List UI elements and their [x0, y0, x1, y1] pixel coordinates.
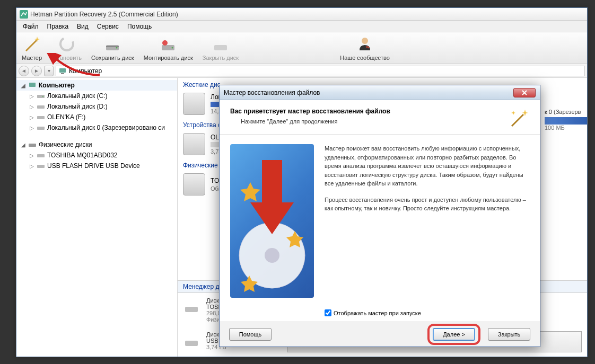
- window-title: Hetman Partition Recovery 2.5 (Commercia…: [30, 11, 178, 18]
- svg-rect-19: [29, 144, 36, 147]
- community-icon: [356, 35, 373, 52]
- wizard-para1: Мастер поможет вам восстановить любую ин…: [325, 144, 529, 188]
- wizard-title: Мастер восстановления файлов: [224, 89, 320, 96]
- menu-help[interactable]: Помощь: [123, 22, 156, 31]
- toolbar-mount-disk-label: Монтировать диск: [144, 55, 193, 61]
- toolbar-restore-label: сстановить: [51, 55, 82, 61]
- wizard-titlebar: Мастер восстановления файлов: [220, 85, 540, 100]
- svg-point-2: [60, 38, 73, 50]
- wizard-body: Мастер поможет вам восстановить любую ин…: [220, 135, 540, 307]
- next-button[interactable]: Далее >: [433, 328, 475, 341]
- svg-rect-21: [37, 165, 45, 168]
- nav-forward[interactable]: ►: [31, 66, 42, 76]
- tree-item-toshiba[interactable]: ▷ TOSHIBA MQ01ABD032: [16, 150, 177, 161]
- svg-rect-0: [20, 10, 28, 19]
- tree-label: TOSHIBA MQ01ABD032: [47, 152, 118, 159]
- svg-point-10: [362, 38, 368, 44]
- svg-rect-16: [37, 105, 45, 109]
- toolbar-close-disk[interactable]: Закрыть диск: [203, 35, 239, 61]
- svg-rect-23: [185, 341, 198, 346]
- computer-icon: [58, 67, 67, 75]
- tree-label: Локальный диск (C:): [47, 92, 108, 100]
- computer-icon: [28, 81, 37, 90]
- wizard-subheading: Нажмите "Далее" для продолжения: [230, 118, 390, 125]
- wizard-header: Вас приветствует мастер восстановления ф…: [220, 100, 540, 135]
- svg-rect-11: [59, 68, 66, 73]
- tree-panel: ◢ Компьютер ▷ Локальный диск (C:) ▷ Лока…: [16, 78, 178, 357]
- breadcrumb-field[interactable]: Компьютер: [56, 66, 585, 76]
- menu-service[interactable]: Сервис: [93, 22, 123, 31]
- tree-item-local-0[interactable]: ▷ Локальный диск 0 (Зарезервировано си: [16, 122, 177, 133]
- wizard-checkbox-row: Отображать мастер при запуске: [220, 307, 540, 322]
- svg-point-8: [162, 40, 168, 46]
- wizard-heading: Вас приветствует мастер восстановления ф…: [230, 108, 390, 115]
- toolbar-wizard-label: Мастер: [22, 55, 42, 61]
- annotation-highlight: Далее >: [427, 324, 480, 345]
- wizard-para2: Процесс восстановления очень прост и дос…: [325, 196, 529, 213]
- wizard-close-button[interactable]: [513, 88, 536, 97]
- tree-label: USB FLASH DRIVE USB Device: [47, 162, 140, 170]
- toolbar-mount-disk[interactable]: Монтировать диск: [144, 35, 193, 61]
- breadcrumb-location: Компьютер: [69, 67, 102, 75]
- tree-label: Физические диски: [39, 141, 92, 148]
- restore-icon: [58, 35, 75, 52]
- menu-view[interactable]: Вид: [73, 22, 93, 31]
- tree-physical-header[interactable]: ◢ Физические диски: [16, 139, 177, 150]
- menu-edit[interactable]: Правка: [43, 22, 73, 31]
- overflow-panel: к 0 (Зарезерв 100 МБ: [545, 109, 587, 131]
- overflow-bar: [545, 117, 587, 125]
- wizard-icon: [23, 35, 40, 52]
- svg-point-28: [265, 248, 279, 263]
- menu-file[interactable]: Файл: [19, 22, 43, 31]
- drive-icon: [28, 140, 37, 149]
- svg-point-7: [172, 47, 173, 48]
- menubar: Файл Правка Вид Сервис Помощь: [16, 21, 587, 32]
- disk-icon: [183, 133, 205, 155]
- svg-marker-25: [511, 111, 515, 115]
- disk-icon: [183, 173, 205, 196]
- hdd-icon: [183, 297, 200, 314]
- toolbar-close-disk-label: Закрыть диск: [203, 55, 239, 61]
- wizard-dialog: Мастер восстановления файлов Вас приветс…: [219, 85, 540, 347]
- tree-item-local-d[interactable]: ▷ Локальный диск (D:): [16, 101, 177, 112]
- toolbar-save-disk[interactable]: Сохранить диск: [91, 35, 134, 61]
- drive-icon: [37, 123, 45, 132]
- tree-label: Локальный диск 0 (Зарезервировано си: [47, 124, 165, 131]
- toolbar-save-disk-label: Сохранить диск: [91, 55, 134, 61]
- wizard-wand-icon: [508, 108, 529, 129]
- close-icon: [522, 90, 527, 95]
- svg-rect-13: [29, 83, 36, 87]
- svg-rect-20: [37, 154, 45, 157]
- svg-point-15: [42, 96, 43, 97]
- drive-icon: [37, 151, 45, 159]
- titlebar: Hetman Partition Recovery 2.5 (Commercia…: [16, 8, 587, 21]
- wizard-image: [230, 144, 314, 298]
- tree-item-usb[interactable]: ▷ USB FLASH DRIVE USB Device: [16, 161, 177, 171]
- tree-root-label: Компьютер: [39, 82, 75, 89]
- toolbar: Мастер сстановить Сохранить диск Монтиро…: [16, 32, 587, 64]
- drive-icon: [37, 102, 45, 111]
- svg-rect-12: [61, 73, 64, 74]
- disk-icon: [183, 93, 205, 115]
- close-button[interactable]: Закрыть: [488, 328, 530, 341]
- help-button[interactable]: Помощь: [229, 328, 272, 341]
- nav-dropdown[interactable]: ▾: [44, 66, 54, 76]
- show-on-startup-checkbox[interactable]: [325, 309, 331, 316]
- tree-label: OLEN'KA (F:): [47, 113, 85, 121]
- tree-item-local-c[interactable]: ▷ Локальный диск (C:): [16, 91, 177, 101]
- toolbar-restore[interactable]: сстановить: [51, 35, 82, 61]
- wizard-text: Мастер поможет вам восстановить любую ин…: [325, 144, 529, 298]
- svg-marker-29: [240, 182, 260, 201]
- svg-rect-18: [37, 127, 45, 130]
- tree-item-olenka[interactable]: ▷ OLEN'KA (F:): [16, 112, 177, 122]
- drive-icon: [37, 113, 45, 121]
- toolbar-community-label: Наше сообщество: [340, 55, 390, 61]
- overflow-size: 100 МБ: [545, 125, 565, 131]
- toolbar-wizard[interactable]: Мастер: [22, 35, 42, 61]
- drive-icon: [37, 92, 45, 100]
- nav-back[interactable]: ◄: [19, 66, 29, 76]
- toolbar-community[interactable]: Наше сообщество: [340, 35, 390, 61]
- tree-root[interactable]: ◢ Компьютер: [16, 80, 177, 91]
- svg-point-5: [116, 47, 118, 48]
- save-disk-icon: [104, 35, 121, 52]
